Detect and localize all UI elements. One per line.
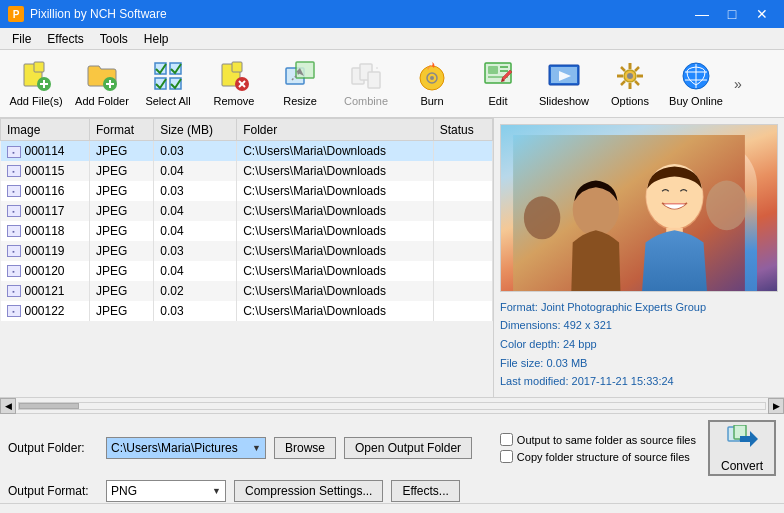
buy-online-button[interactable]: Buy Online bbox=[664, 54, 728, 114]
output-format-combo[interactable]: PNG ▼ bbox=[106, 480, 226, 502]
cell-status bbox=[433, 161, 492, 181]
window-controls: — □ ✕ bbox=[688, 4, 776, 24]
table-row[interactable]: ▪000114 JPEG 0.03 C:\Users\Maria\Downloa… bbox=[1, 141, 493, 161]
col-status[interactable]: Status bbox=[433, 119, 492, 141]
output-format-label: Output Format: bbox=[8, 484, 98, 498]
cell-size: 0.04 bbox=[154, 221, 237, 241]
minimize-button[interactable]: — bbox=[688, 4, 716, 24]
menu-tools[interactable]: Tools bbox=[92, 30, 136, 48]
menu-help[interactable]: Help bbox=[136, 30, 177, 48]
add-files-button[interactable]: Add File(s) bbox=[4, 54, 68, 114]
cell-format: JPEG bbox=[90, 281, 154, 301]
close-button[interactable]: ✕ bbox=[748, 4, 776, 24]
combine-icon bbox=[350, 60, 382, 92]
thumb-file-size: File size: 0.03 MB bbox=[500, 354, 778, 373]
svg-rect-13 bbox=[232, 62, 242, 72]
add-files-label: Add File(s) bbox=[9, 95, 62, 107]
svg-rect-1 bbox=[34, 62, 44, 72]
menu-effects[interactable]: Effects bbox=[39, 30, 91, 48]
combine-label: Combine bbox=[344, 95, 388, 107]
svg-point-37 bbox=[627, 73, 633, 79]
resize-button[interactable]: Resize bbox=[268, 54, 332, 114]
burn-button[interactable]: Burn bbox=[400, 54, 464, 114]
maximize-button[interactable]: □ bbox=[718, 4, 746, 24]
thumb-color-depth: Color depth: 24 bpp bbox=[500, 335, 778, 354]
title-bar: P Pixillion by NCH Software — □ ✕ bbox=[0, 0, 784, 28]
cell-size: 0.03 bbox=[154, 301, 237, 321]
output-folder-row: Output Folder: C:\Users\Maria\Pictures ▼… bbox=[8, 420, 776, 476]
scroll-right[interactable]: ▶ bbox=[768, 398, 784, 414]
cell-image: ▪000122 bbox=[1, 301, 90, 321]
add-folder-label: Add Folder bbox=[75, 95, 129, 107]
cell-status bbox=[433, 201, 492, 221]
effects-button[interactable]: Effects... bbox=[391, 480, 459, 502]
cell-image: ▪000121 bbox=[1, 281, 90, 301]
cell-status bbox=[433, 221, 492, 241]
select-all-icon bbox=[152, 60, 184, 92]
file-table: Image Format Size (MB) Folder Status ▪00… bbox=[0, 118, 493, 321]
select-all-button[interactable]: Select All bbox=[136, 54, 200, 114]
table-row[interactable]: ▪000122 JPEG 0.03 C:\Users\Maria\Downloa… bbox=[1, 301, 493, 321]
scroll-thumb[interactable] bbox=[19, 403, 79, 409]
svg-line-45 bbox=[621, 81, 625, 85]
col-format[interactable]: Format bbox=[90, 119, 154, 141]
toolbar: Add File(s) Add Folder bbox=[0, 50, 784, 118]
scroll-left[interactable]: ◀ bbox=[0, 398, 16, 414]
table-row[interactable]: ▪000119 JPEG 0.03 C:\Users\Maria\Downloa… bbox=[1, 241, 493, 261]
cell-status bbox=[433, 281, 492, 301]
convert-button[interactable]: Convert bbox=[708, 420, 776, 476]
thumbnail-image bbox=[500, 124, 778, 292]
same-folder-checkbox[interactable] bbox=[500, 433, 513, 446]
cell-format: JPEG bbox=[90, 241, 154, 261]
convert-label: Convert bbox=[721, 459, 763, 473]
cell-size: 0.03 bbox=[154, 141, 237, 161]
same-folder-row: Output to same folder as source files bbox=[500, 433, 696, 446]
cell-size: 0.03 bbox=[154, 241, 237, 261]
slideshow-button[interactable]: Slideshow bbox=[532, 54, 596, 114]
compression-settings-button[interactable]: Compression Settings... bbox=[234, 480, 383, 502]
select-all-label: Select All bbox=[145, 95, 190, 107]
cell-folder: C:\Users\Maria\Downloads bbox=[237, 161, 433, 181]
copy-structure-checkbox[interactable] bbox=[500, 450, 513, 463]
output-options: Output to same folder as source files Co… bbox=[500, 433, 696, 463]
cell-folder: C:\Users\Maria\Downloads bbox=[237, 281, 433, 301]
cell-image: ▪000120 bbox=[1, 261, 90, 281]
svg-line-42 bbox=[621, 67, 625, 71]
col-folder[interactable]: Folder bbox=[237, 119, 433, 141]
horizontal-scrollbar[interactable]: ◀ ▶ bbox=[0, 397, 784, 413]
overflow-button[interactable]: » bbox=[730, 54, 746, 114]
remove-button[interactable]: Remove bbox=[202, 54, 266, 114]
resize-label: Resize bbox=[283, 95, 317, 107]
slideshow-icon bbox=[548, 60, 580, 92]
thumb-format: Format: Joint Photographic Experts Group bbox=[500, 298, 778, 317]
col-size[interactable]: Size (MB) bbox=[154, 119, 237, 141]
browse-button[interactable]: Browse bbox=[274, 437, 336, 459]
table-row[interactable]: ▪000117 JPEG 0.04 C:\Users\Maria\Downloa… bbox=[1, 201, 493, 221]
cell-folder: C:\Users\Maria\Downloads bbox=[237, 221, 433, 241]
cell-folder: C:\Users\Maria\Downloads bbox=[237, 261, 433, 281]
thumbnail-info: Format: Joint Photographic Experts Group… bbox=[500, 298, 778, 391]
table-row[interactable]: ▪000118 JPEG 0.04 C:\Users\Maria\Downloa… bbox=[1, 221, 493, 241]
cell-status bbox=[433, 181, 492, 201]
buy-online-icon bbox=[680, 60, 712, 92]
options-button[interactable]: Options bbox=[598, 54, 662, 114]
menu-file[interactable]: File bbox=[4, 30, 39, 48]
output-folder-combo[interactable]: C:\Users\Maria\Pictures ▼ bbox=[106, 437, 266, 459]
options-icon bbox=[614, 60, 646, 92]
edit-button[interactable]: Edit bbox=[466, 54, 530, 114]
cell-format: JPEG bbox=[90, 261, 154, 281]
table-row[interactable]: ▪000115 JPEG 0.04 C:\Users\Maria\Downloa… bbox=[1, 161, 493, 181]
table-row[interactable]: ▪000121 JPEG 0.02 C:\Users\Maria\Downloa… bbox=[1, 281, 493, 301]
add-folder-button[interactable]: Add Folder bbox=[70, 54, 134, 114]
table-row[interactable]: ▪000120 JPEG 0.04 C:\Users\Maria\Downloa… bbox=[1, 261, 493, 281]
cell-status bbox=[433, 241, 492, 261]
combine-button[interactable]: Combine bbox=[334, 54, 398, 114]
resize-icon bbox=[284, 60, 316, 92]
col-image[interactable]: Image bbox=[1, 119, 90, 141]
scroll-track[interactable] bbox=[18, 402, 766, 410]
cell-format: JPEG bbox=[90, 201, 154, 221]
open-output-button[interactable]: Open Output Folder bbox=[344, 437, 472, 459]
cell-image: ▪000115 bbox=[1, 161, 90, 181]
table-row[interactable]: ▪000116 JPEG 0.03 C:\Users\Maria\Downloa… bbox=[1, 181, 493, 201]
edit-icon bbox=[482, 60, 514, 92]
